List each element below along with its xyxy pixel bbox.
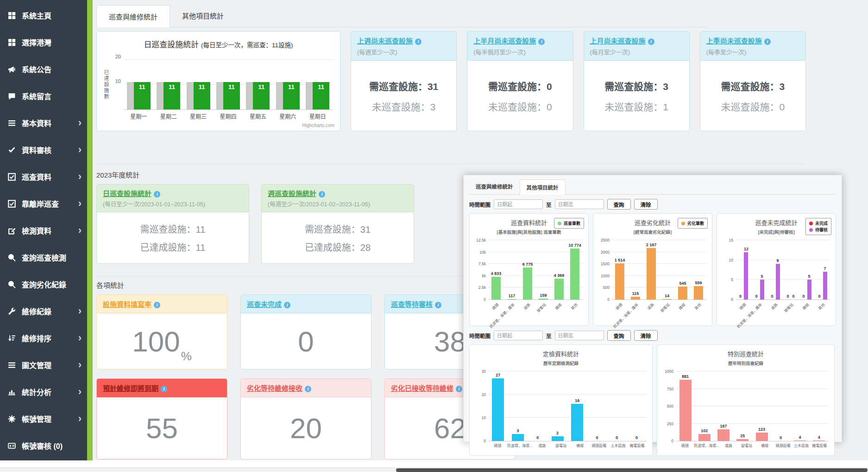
x-axis-label: 碼頭 bbox=[488, 441, 507, 449]
card-title-link[interactable]: 上季尚未巡查設施 bbox=[706, 37, 762, 45]
bar bbox=[512, 434, 524, 441]
sidebar-item-4[interactable]: 系統留言 bbox=[0, 83, 87, 109]
sidebar-item-15[interactable]: 統計分析› bbox=[0, 378, 87, 405]
overlay-tab-1[interactable]: 巡查與維修統計 bbox=[469, 179, 520, 194]
main-tab-2[interactable]: 其他項目統計 bbox=[170, 5, 236, 27]
card-body: 需巡查設施：11已達成設施：11 bbox=[97, 212, 249, 263]
sidebar-item-9[interactable]: 檢測資料› bbox=[0, 217, 87, 244]
year-card-2: 週巡查設施統計i(每週至少一次/2023-01-02~2023-11-05)需巡… bbox=[261, 184, 414, 264]
card-title-link[interactable]: 上月尚未巡查設施 bbox=[590, 37, 646, 45]
search-button[interactable]: 查詢 bbox=[607, 199, 631, 210]
legend-item[interactable]: 未完成 bbox=[809, 220, 828, 226]
date-to-input[interactable] bbox=[555, 331, 604, 340]
chart-plot: 0250500750100088110216725123044 bbox=[676, 372, 829, 441]
sidebar-item-2[interactable]: 選擇港灣 bbox=[0, 29, 87, 56]
card-header: 上半月尚未巡查設施i(每半個月至少一次) bbox=[467, 32, 572, 61]
clear-button[interactable]: 清除 bbox=[634, 199, 658, 210]
sidebar-item-11[interactable]: 查詢劣化紀錄 bbox=[0, 271, 87, 298]
info-icon[interactable]: i bbox=[154, 302, 160, 308]
info-icon[interactable]: i bbox=[161, 386, 167, 392]
bar-value-label: 0 bbox=[616, 435, 618, 440]
legend-item[interactable]: 劣化筆數 bbox=[681, 220, 704, 226]
overlay-chart-row1-1: 巡查資料統計[基本設施]與[其他設施] 巡查筆數巡查筆數02.5k5k7.5k1… bbox=[469, 213, 589, 326]
megaphone-icon bbox=[7, 65, 16, 73]
legend-item[interactable]: 待審核 bbox=[809, 227, 828, 233]
legend-item[interactable]: 巡查筆數 bbox=[558, 220, 580, 226]
completed-bar: 11 bbox=[194, 82, 210, 109]
y-tick-label: 10k bbox=[479, 250, 486, 255]
card-body: 需巡查設施：31未巡查設施：3 bbox=[351, 61, 456, 131]
sidebar-item-5[interactable]: 基本資料› bbox=[0, 109, 87, 136]
bar bbox=[571, 404, 583, 441]
highcharts-credit[interactable]: Highcharts.com bbox=[302, 123, 334, 128]
bar bbox=[760, 280, 764, 300]
info-icon[interactable]: i bbox=[154, 191, 160, 198]
bar bbox=[554, 279, 564, 300]
card-title-link[interactable]: 設施資料填寫率 bbox=[103, 300, 151, 308]
sidebar-item-17[interactable]: 帳號審核 (0) bbox=[0, 432, 87, 459]
edit-icon bbox=[7, 226, 16, 235]
sidebar-item-3[interactable]: 系統公告 bbox=[0, 56, 87, 83]
card-subtitle: (每日至少一次/2023-01-01~2023-11-05) bbox=[103, 199, 243, 208]
info-icon[interactable]: i bbox=[456, 386, 462, 392]
chart-legend: 巡查筆數 bbox=[554, 218, 584, 229]
search-button[interactable]: 查詢 bbox=[607, 330, 631, 341]
info-icon[interactable]: i bbox=[319, 191, 325, 198]
sidebar-item-8[interactable]: 靠離岸巡查› bbox=[0, 190, 87, 217]
clear-button[interactable]: 清除 bbox=[634, 330, 658, 341]
info-icon[interactable]: i bbox=[415, 38, 421, 45]
bar-group: 07 bbox=[814, 241, 830, 300]
overlay-tab-2[interactable]: 其他項目統計 bbox=[520, 179, 566, 195]
sidebar-item-13[interactable]: 維修排序› bbox=[0, 325, 87, 351]
uninspected-card-1: 上週尚未巡查設施i(每週至少一次)需巡查設施：31未巡查設施：3 bbox=[351, 31, 457, 131]
sidebar-item-14[interactable]: 圖文管理› bbox=[0, 351, 87, 378]
day-chart-bar-group: 11 bbox=[124, 55, 153, 109]
bar bbox=[523, 268, 532, 300]
y-tick-label: 10 bbox=[729, 258, 733, 262]
x-axis-label: 道路 bbox=[533, 441, 552, 449]
date-to-input[interactable] bbox=[555, 199, 604, 209]
achieved-count-line: 已達成設施：28 bbox=[305, 240, 371, 254]
info-icon[interactable]: i bbox=[284, 302, 290, 308]
grid-icon bbox=[7, 11, 16, 19]
horizontal-scrollbar bbox=[0, 467, 868, 472]
bar-value-label: 9 bbox=[776, 258, 779, 263]
checkbox-icon bbox=[7, 172, 16, 181]
info-icon[interactable]: i bbox=[538, 38, 545, 45]
info-icon[interactable]: i bbox=[435, 302, 441, 308]
card-title-link[interactable]: 週巡查設施統計 bbox=[268, 190, 316, 198]
bar-value-label: 27 bbox=[496, 373, 500, 377]
sidebar-item-16[interactable]: 帳號管理› bbox=[0, 405, 87, 432]
sidebar-item-1[interactable]: 系統主頁 bbox=[0, 2, 87, 29]
date-from-input[interactable] bbox=[494, 331, 543, 340]
sidebar-item-6[interactable]: 資料審核› bbox=[0, 136, 87, 163]
card-title-link[interactable]: 巡查未完成 bbox=[247, 300, 282, 308]
card-title-link[interactable]: 劣化等待維修接收 bbox=[247, 384, 302, 392]
card-title-link[interactable]: 巡查等待審核 bbox=[391, 300, 433, 308]
card-title-link[interactable]: 日巡查設施統計 bbox=[103, 190, 151, 198]
bar-value-label: 0 bbox=[755, 294, 757, 299]
card-title-link[interactable]: 預計維修即將到期 bbox=[103, 384, 158, 392]
scrollbar-thumb[interactable] bbox=[396, 468, 868, 472]
bar-group: 0 bbox=[771, 372, 790, 441]
info-icon[interactable]: i bbox=[764, 38, 771, 45]
overlay-filter-row-1: 時間範圍至查詢清除 bbox=[469, 199, 836, 210]
sidebar-item-label: 查詢巡查檢測 bbox=[22, 252, 66, 263]
x-axis-label: 碼頭 bbox=[676, 441, 694, 449]
info-icon[interactable]: i bbox=[305, 386, 311, 392]
sidebar-item-10[interactable]: 查詢巡查檢測 bbox=[0, 244, 87, 271]
sidebar-item-7[interactable]: 巡查資料› bbox=[0, 163, 87, 190]
card-title-link[interactable]: 上週尚未巡查設施 bbox=[357, 37, 413, 45]
card-title-link[interactable]: 劣化已接收等待維修 bbox=[391, 384, 453, 392]
required-bar bbox=[157, 82, 164, 109]
date-from-input[interactable] bbox=[494, 199, 543, 209]
bar-group: 4 bbox=[810, 372, 829, 441]
card-title-link[interactable]: 上半月尚未巡查設施 bbox=[473, 37, 536, 45]
sidebar-item-12[interactable]: 維修紀錄› bbox=[0, 298, 87, 325]
chart-subtitle: [基本設施]與[其他設施] 巡查筆數 bbox=[473, 229, 585, 235]
main-tab-1[interactable]: 巡查與維修統計 bbox=[96, 5, 170, 27]
info-icon[interactable]: i bbox=[648, 38, 654, 45]
day-chart-bar-group: 11 bbox=[213, 55, 243, 109]
idcard-icon bbox=[7, 441, 16, 450]
bar-value-label: 0 bbox=[786, 294, 789, 299]
